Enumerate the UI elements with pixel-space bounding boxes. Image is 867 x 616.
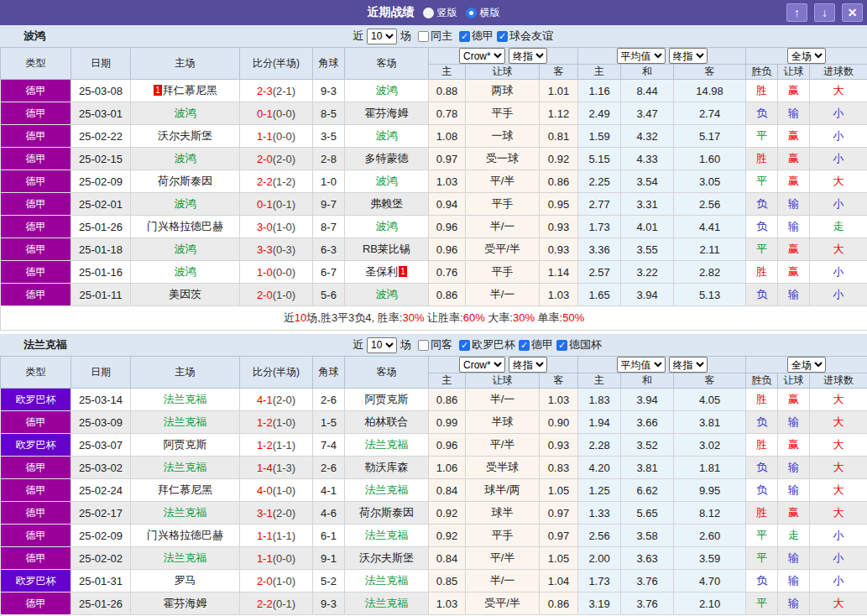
result-handicap: 赢 <box>778 238 810 261</box>
radio-vertical-label: 竖版 <box>437 6 457 20</box>
close-button[interactable]: ✕ <box>842 3 863 22</box>
col-odds-handicap: 让球 <box>466 65 540 80</box>
scroll-down-button[interactable]: ↓ <box>814 3 835 22</box>
layout-radio-vertical[interactable]: 竖版 <box>423 6 457 20</box>
handicap-odds-home: 0.85 <box>429 570 466 593</box>
league-type-badge: 德甲 <box>1 193 71 216</box>
result-handicap: 走 <box>778 525 810 547</box>
bookmaker-select[interactable]: Crow* <box>459 48 505 64</box>
league-filter[interactable]: ✓球会友谊 <box>497 29 553 44</box>
handicap-line: 受平/半 <box>466 593 540 615</box>
scope-select[interactable]: 全场 <box>787 48 826 64</box>
away-team-name: 多特蒙德 <box>365 152 409 164</box>
handicap-line: 平手 <box>466 261 540 284</box>
odds-time-select[interactable]: 终指 <box>509 357 547 373</box>
same-venue-filter[interactable]: 同客 <box>418 337 452 352</box>
match-date: 25-02-01 <box>71 193 131 216</box>
avg-odds-home: 1.59 <box>578 125 621 148</box>
handicap-odds-away: 1.14 <box>540 261 578 284</box>
full-time-score: 1-1 <box>257 130 273 143</box>
checkbox-unchecked-icon[interactable] <box>418 340 429 351</box>
away-team-cell: 沃尔夫斯堡 <box>345 547 429 570</box>
result-handicap: 输 <box>778 570 810 593</box>
home-team-cell: 法兰克福 <box>131 411 240 434</box>
radio-checked-icon[interactable] <box>466 8 477 18</box>
scroll-up-button[interactable]: ↑ <box>786 3 807 22</box>
checkbox-checked-icon[interactable]: ✓ <box>519 340 530 351</box>
scope-select[interactable]: 全场 <box>787 357 826 373</box>
home-team-cell: 罗马 <box>131 570 240 593</box>
handicap-odds-away: 0.95 <box>540 193 578 216</box>
full-time-score: 2-3 <box>257 85 273 97</box>
avg-odds-away: 4.41 <box>674 216 746 238</box>
league-type-badge: 德甲 <box>1 547 71 570</box>
same-venue-label: 同主 <box>431 29 452 44</box>
match-date: 25-02-09 <box>71 170 131 193</box>
handicap-line: 受半球 <box>466 457 540 479</box>
match-count-select[interactable]: 10 <box>367 337 397 353</box>
away-team-name: 沃尔夫斯堡 <box>359 551 414 564</box>
handicap-odds-home: 0.96 <box>429 434 466 457</box>
radio-unchecked-icon[interactable] <box>423 8 434 18</box>
odds-time-select[interactable]: 终指 <box>509 48 547 64</box>
result-handicap: 输 <box>778 411 810 434</box>
avg-odds-home: 2.25 <box>578 170 621 193</box>
away-team-cell: 柏林联合 <box>345 411 429 434</box>
summary-segment: 场,胜3平3负4, 胜率: <box>306 311 402 324</box>
away-team-name: 法兰克福 <box>365 438 409 451</box>
handicap-odds-away: 1.01 <box>540 80 578 102</box>
result-goals: 大 <box>810 434 867 457</box>
scope-select-cell: 全场 <box>746 357 867 373</box>
checkbox-unchecked-icon[interactable] <box>418 31 429 42</box>
average-select[interactable]: 平均值 <box>617 48 666 64</box>
handicap-odds-away: 0.86 <box>540 593 578 615</box>
match-date: 25-02-17 <box>71 502 131 525</box>
average-select[interactable]: 平均值 <box>617 357 666 373</box>
league-type-badge: 德甲 <box>1 593 71 615</box>
match-date: 25-03-09 <box>71 411 131 434</box>
avg-odds-away: 3.59 <box>674 547 746 570</box>
avg-odds-draw: 4.32 <box>621 125 674 148</box>
result-goals: 小 <box>810 547 867 570</box>
avg-odds-away: 2.56 <box>674 193 746 216</box>
result-win-draw-loss: 胜 <box>746 80 778 102</box>
match-date: 25-03-07 <box>71 434 131 457</box>
avg-odds-draw: 3.66 <box>621 411 674 434</box>
avg-time-select[interactable]: 终指 <box>669 48 708 64</box>
league-type-badge: 德甲 <box>1 261 71 284</box>
league-filter[interactable]: ✓德甲 <box>459 29 494 44</box>
handicap-odds-home: 1.03 <box>429 593 466 615</box>
bookmaker-select-cell: Crow*终指 <box>429 357 578 373</box>
handicap-odds-home: 0.84 <box>429 479 466 502</box>
score-cell: 1-0(0-0) <box>240 261 313 284</box>
panel-title: 近期战绩 <box>368 5 415 20</box>
home-team-name: 法兰克福 <box>164 551 207 564</box>
league-filter[interactable]: ✓德甲 <box>519 337 553 352</box>
checkbox-checked-icon[interactable]: ✓ <box>556 340 567 351</box>
layout-radio-horizontal[interactable]: 横版 <box>466 6 500 20</box>
checkbox-checked-icon[interactable]: ✓ <box>459 31 470 42</box>
home-team-cell: 法兰克福 <box>131 389 240 411</box>
result-win-draw-loss: 平 <box>746 125 778 148</box>
league-type-badge: 德甲 <box>1 148 71 170</box>
home-team-name: 美因茨 <box>169 288 201 300</box>
home-team-name: 门兴格拉德巴赫 <box>147 529 223 541</box>
away-team-cell: 圣保利1 <box>345 261 429 284</box>
league-filter[interactable]: ✓德国杯 <box>556 337 602 352</box>
same-venue-filter[interactable]: 同主 <box>418 29 452 44</box>
league-type-badge: 德甲 <box>1 216 71 238</box>
recent-results-panel: 近期战绩 竖版 横版 ↑ ↓ ✕ 波鸿 近 10 场 <box>0 0 867 616</box>
col-score: 比分(半场) <box>240 357 313 389</box>
home-team-cell: 门兴格拉德巴赫 <box>131 216 240 238</box>
col-date: 日期 <box>71 48 131 80</box>
result-handicap: 赢 <box>778 80 810 102</box>
col-home: 主场 <box>131 48 240 80</box>
avg-odds-draw: 3.54 <box>621 170 674 193</box>
result-win-draw-loss: 胜 <box>746 502 778 525</box>
league-filter[interactable]: ✓欧罗巴杯 <box>459 337 515 352</box>
checkbox-checked-icon[interactable]: ✓ <box>497 31 508 42</box>
bookmaker-select[interactable]: Crow* <box>459 357 505 373</box>
checkbox-checked-icon[interactable]: ✓ <box>459 340 470 351</box>
avg-time-select[interactable]: 终指 <box>669 357 708 373</box>
match-count-select[interactable]: 10 <box>367 29 397 44</box>
